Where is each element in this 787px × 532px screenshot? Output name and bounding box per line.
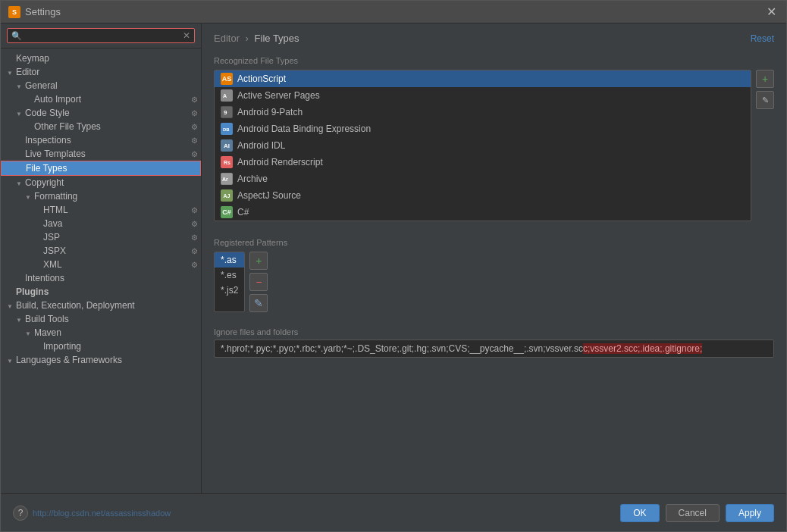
pattern-item[interactable]: *.js2 [215, 283, 244, 298]
recognized-file-types-label: Recognized File Types [214, 56, 774, 65]
ignore-text-highlighted: c;vssver2.scc;.idea;.gitignore; [583, 343, 702, 354]
list-item[interactable]: C# C# [215, 204, 751, 221]
sidebar-item-file-types[interactable]: File Types [1, 161, 201, 176]
cancel-button[interactable]: Cancel [666, 504, 720, 522]
sidebar-item-maven[interactable]: Maven [1, 326, 201, 340]
settings-icon: ⚙ [191, 233, 198, 242]
edit-file-type-button[interactable]: ✎ [756, 91, 774, 109]
file-type-icon: 9 [221, 106, 233, 118]
ignore-files-label: Ignore files and folders [214, 327, 774, 336]
list-item[interactable]: AJ AspectJ Source [215, 187, 751, 204]
sidebar-item-general[interactable]: General [1, 79, 201, 92]
watermark: http://blog.csdn.net/assassinsshadow [33, 509, 171, 518]
pattern-item[interactable]: *.es [215, 268, 244, 283]
bottom-bar: ? http://blog.csdn.net/assassinsshadow O… [1, 493, 786, 531]
patterns-list[interactable]: *.as *.es *.js2 [214, 252, 245, 312]
ignore-files-input-wrap: *.hprof;*.pyc;*.pyo;*.rbc;*.yarb;*~;.DS_… [214, 340, 774, 358]
sidebar-item-html[interactable]: HTML ⚙ [1, 203, 201, 217]
sidebar-item-copyright[interactable]: Copyright [1, 176, 201, 189]
settings-icon: ⚙ [191, 247, 198, 255]
sidebar-item-code-style[interactable]: Code Style ⚙ [1, 106, 201, 120]
svg-text:Ar: Ar [222, 177, 228, 182]
list-item[interactable]: Rs Android Renderscript [215, 154, 751, 171]
settings-icon: ⚙ [191, 123, 198, 131]
list-item[interactable]: DB Android Data Binding Expression [215, 120, 751, 137]
svg-text:Rs: Rs [224, 160, 230, 165]
file-types-list-with-buttons: AS ActionScript A Active Server Pages 9 [214, 70, 774, 221]
file-type-icon: AI [221, 139, 233, 152]
window-title: Settings [25, 6, 61, 17]
search-input[interactable]: File Types [25, 30, 183, 41]
sidebar-item-lang-frameworks[interactable]: Languages & Frameworks [1, 353, 201, 367]
bottom-right: OK Cancel Apply [620, 504, 774, 522]
sidebar-item-build-exec-deploy[interactable]: Build, Execution, Deployment [1, 299, 201, 312]
sidebar-item-auto-import[interactable]: Auto Import ⚙ [1, 92, 201, 106]
title-bar: S Settings ✕ [1, 1, 786, 23]
patterns-list-with-buttons: *.as *.es *.js2 + − ✎ [214, 252, 774, 312]
list-item[interactable]: 9 Android 9-Patch [215, 104, 751, 120]
sidebar-item-live-templates[interactable]: Live Templates ⚙ [1, 147, 201, 161]
sidebar-item-jspx[interactable]: JSPX ⚙ [1, 244, 201, 258]
file-type-icon: A [221, 89, 233, 102]
list-item[interactable]: C+ C/C++ [215, 221, 751, 221]
add-file-type-button[interactable]: + [756, 70, 774, 88]
file-type-icon: AJ [221, 189, 233, 202]
app-icon: S [8, 6, 20, 18]
settings-icon: ⚙ [191, 109, 198, 117]
bottom-left: ? http://blog.csdn.net/assassinsshadow [13, 505, 171, 521]
list-item[interactable]: AI Android IDL [215, 137, 751, 154]
file-type-icon: Rs [221, 156, 233, 168]
settings-icon: ⚙ [191, 206, 198, 214]
sidebar-item-plugins[interactable]: Plugins [1, 285, 201, 299]
search-icon: 🔍 [11, 31, 22, 41]
search-input-wrap[interactable]: 🔍 File Types ✕ [7, 28, 195, 43]
edit-pattern-button[interactable]: ✎ [249, 294, 268, 312]
settings-icon: ⚙ [191, 95, 198, 104]
list-item[interactable]: AS ActionScript [215, 70, 751, 87]
sidebar-item-formatting[interactable]: Formatting [1, 189, 201, 203]
search-box: 🔍 File Types ✕ [1, 23, 201, 49]
breadcrumb: Editor › File Types [214, 33, 299, 44]
svg-text:9: 9 [224, 109, 227, 116]
svg-text:A: A [223, 93, 227, 99]
sidebar-item-other-file-types[interactable]: Other File Types ⚙ [1, 120, 201, 133]
file-type-icon: AS [221, 73, 233, 85]
file-types-buttons: + ✎ [756, 70, 774, 221]
sidebar-item-jsp[interactable]: JSP ⚙ [1, 230, 201, 244]
help-button[interactable]: ? [13, 505, 28, 521]
recognized-file-types-section: AS ActionScript A Active Server Pages 9 [214, 70, 774, 221]
nav-tree: Keymap Editor General Auto Import ⚙ [1, 49, 201, 493]
list-item[interactable]: Ar Archive [215, 171, 751, 187]
registered-patterns-section: Registered Patterns *.as *.es *.js2 [214, 235, 774, 318]
apply-button[interactable]: Apply [726, 504, 774, 522]
file-type-icon: Ar [221, 173, 233, 185]
sidebar-item-xml[interactable]: XML ⚙ [1, 258, 201, 271]
add-pattern-button[interactable]: + [249, 252, 268, 270]
settings-icon: ⚙ [191, 261, 198, 269]
sidebar-item-importing[interactable]: Importing [1, 340, 201, 353]
sidebar-item-inspections[interactable]: Inspections ⚙ [1, 133, 201, 147]
sidebar-item-editor[interactable]: Editor [1, 65, 201, 79]
ok-button[interactable]: OK [620, 504, 659, 522]
ignore-files-display[interactable]: *.hprof;*.pyc;*.pyo;*.rbc;*.yarb;*~;.DS_… [214, 340, 774, 358]
remove-pattern-button[interactable]: − [249, 273, 268, 291]
sidebar-item-intentions[interactable]: Intentions [1, 271, 201, 285]
settings-icon: ⚙ [191, 150, 198, 158]
pattern-item[interactable]: *.as [215, 252, 244, 268]
file-types-list[interactable]: AS ActionScript A Active Server Pages 9 [214, 70, 751, 221]
panel-header: Editor › File Types Reset [214, 33, 774, 44]
close-button[interactable]: ✕ [763, 5, 779, 20]
sidebar-item-build-tools[interactable]: Build Tools [1, 312, 201, 326]
patterns-list-section: *.as *.es *.js2 + − ✎ [214, 252, 774, 312]
main-panel: Editor › File Types Reset Recognized Fil… [202, 23, 786, 493]
sidebar-item-keymap[interactable]: Keymap [1, 52, 201, 65]
reset-button[interactable]: Reset [751, 33, 774, 44]
clear-search-icon[interactable]: ✕ [183, 30, 190, 41]
sidebar-item-java[interactable]: Java ⚙ [1, 217, 201, 230]
list-item[interactable]: A Active Server Pages [215, 87, 751, 104]
ignore-text-normal: *.hprof;*.pyc;*.pyo;*.rbc;*.yarb;*~;.DS_… [221, 343, 583, 354]
ignore-files-section: Ignore files and folders *.hprof;*.pyc;*… [214, 327, 774, 358]
settings-window: S Settings ✕ 🔍 File Types ✕ Keymap [0, 0, 787, 532]
file-type-icon: DB [221, 123, 233, 135]
settings-icon: ⚙ [191, 220, 198, 228]
